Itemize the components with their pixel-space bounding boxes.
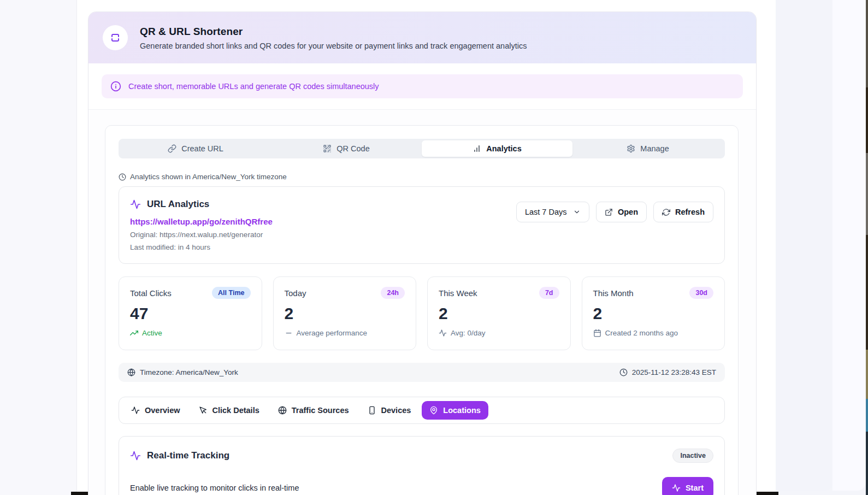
stat-card-today: Today 24h 2 Average performance xyxy=(273,276,417,350)
info-banner: Create short, memorable URLs and generat… xyxy=(102,74,743,98)
chevron-down-icon xyxy=(573,208,581,216)
stats-row: Total Clicks All Time 47 Active xyxy=(119,276,725,350)
info-banner-text: Create short, memorable URLs and generat… xyxy=(128,82,379,91)
stat-footer-text: Avg: 0/day xyxy=(451,329,486,337)
calendar-icon xyxy=(593,329,601,337)
subtab-devices[interactable]: Devices xyxy=(360,401,419,420)
activity-icon xyxy=(439,329,447,337)
page-subtitle: Generate branded short links and QR code… xyxy=(140,42,527,50)
refresh-button-label: Refresh xyxy=(675,208,705,216)
page-left-margin xyxy=(0,0,77,495)
subtab-locations[interactable]: Locations xyxy=(422,401,488,420)
bar-chart-icon xyxy=(473,144,481,153)
analytics-panel: Create URL QR Code Analytics xyxy=(105,125,739,495)
subtab-label: Devices xyxy=(381,406,411,415)
open-button-label: Open xyxy=(618,208,638,216)
stat-card-total-clicks: Total Clicks All Time 47 Active xyxy=(119,276,262,350)
url-analytics-title-row: URL Analytics xyxy=(130,199,273,210)
tab-label: Create URL xyxy=(181,144,223,153)
tab-label: Manage xyxy=(640,144,669,153)
activity-icon xyxy=(130,450,141,461)
main-content-column: QR & URL Shortener Generate branded shor… xyxy=(77,0,776,492)
page-right-margin-2 xyxy=(832,0,866,491)
tab-analytics[interactable]: Analytics xyxy=(422,140,572,157)
original-url: Original: https://next.walup.net/generat… xyxy=(130,231,273,239)
stat-badge: All Time xyxy=(212,287,250,299)
gear-icon xyxy=(627,144,635,153)
mouse-pointer-icon xyxy=(199,406,208,415)
banner-section: Create short, memorable URLs and generat… xyxy=(88,63,756,110)
main-tabbar: Create URL QR Code Analytics xyxy=(119,139,725,158)
card-header: QR & URL Shortener Generate branded shor… xyxy=(88,12,756,63)
subtab-overview[interactable]: Overview xyxy=(123,401,188,420)
stat-footer-text: Average performance xyxy=(297,329,368,337)
qr-url-shortener-card: QR & URL Shortener Generate branded shor… xyxy=(88,12,756,495)
stat-badge: 7d xyxy=(539,287,559,299)
timezone-bar-right: 2025-11-12 23:28:43 EST xyxy=(619,368,716,376)
info-icon xyxy=(110,81,121,92)
activity-icon xyxy=(131,406,140,415)
status-badge: Inactive xyxy=(672,449,713,463)
page-title: QR & URL Shortener xyxy=(140,26,527,38)
stat-footer: Active xyxy=(130,329,251,337)
external-link-icon xyxy=(605,208,613,216)
start-button[interactable]: Start xyxy=(662,477,713,495)
timezone-note: Analytics shown in America/New_York time… xyxy=(119,173,725,181)
tab-qr-code[interactable]: QR Code xyxy=(271,140,422,157)
current-datetime: 2025-11-12 23:28:43 EST xyxy=(632,368,716,376)
timezone-bar: Timezone: America/New_York 2025-11-12 23… xyxy=(119,363,725,382)
stat-card-this-month: This Month 30d 2 Created 2 months ago xyxy=(582,276,725,350)
realtime-tracking-card: Real-time Tracking Inactive Enable live … xyxy=(119,436,725,495)
subtab-click-details[interactable]: Click Details xyxy=(191,401,267,420)
map-pin-icon xyxy=(429,406,438,415)
date-range-select[interactable]: Last 7 Days xyxy=(516,202,589,222)
activity-icon xyxy=(130,199,141,210)
date-range-value: Last 7 Days xyxy=(525,208,567,216)
realtime-title: Real-time Tracking xyxy=(147,450,229,461)
background-window-sliver xyxy=(866,0,868,495)
trending-up-icon xyxy=(130,329,138,337)
clock-icon xyxy=(619,368,628,376)
timezone-bar-left: Timezone: America/New_York xyxy=(127,368,238,376)
globe-icon xyxy=(278,406,287,415)
stat-footer-text: Created 2 months ago xyxy=(605,329,678,337)
stat-footer: Average performance xyxy=(285,329,405,337)
stat-label: This Month xyxy=(593,288,634,298)
stat-value: 2 xyxy=(285,304,405,323)
realtime-description: Enable live tracking to monitor clicks i… xyxy=(130,484,299,492)
stat-footer: Avg: 0/day xyxy=(439,329,559,337)
url-analytics-title: URL Analytics xyxy=(147,199,209,210)
start-button-label: Start xyxy=(686,484,704,492)
subtab-label: Locations xyxy=(443,406,480,415)
tab-manage[interactable]: Manage xyxy=(572,140,723,157)
stat-badge: 24h xyxy=(381,287,405,299)
stat-value: 47 xyxy=(130,304,251,323)
url-analytics-info: URL Analytics https://walletup.app/go/ze… xyxy=(130,199,273,251)
app-logo xyxy=(103,25,128,50)
refresh-icon xyxy=(662,208,670,216)
refresh-button[interactable]: Refresh xyxy=(653,202,713,222)
globe-icon xyxy=(127,368,135,376)
subtab-label: Overview xyxy=(145,406,180,415)
stat-label: Total Clicks xyxy=(130,288,172,298)
last-modified: Last modified: in 4 hours xyxy=(130,243,273,251)
open-button[interactable]: Open xyxy=(596,202,647,222)
stat-label: This Week xyxy=(439,288,477,298)
url-analytics-controls: Last 7 Days Open xyxy=(516,199,713,222)
qr-code-icon xyxy=(323,144,332,153)
subtab-label: Traffic Sources xyxy=(292,406,349,415)
realtime-header: Real-time Tracking Inactive xyxy=(130,449,713,463)
tab-create-url[interactable]: Create URL xyxy=(120,140,271,157)
timezone-note-text: Analytics shown in America/New_York time… xyxy=(130,173,287,181)
dash-icon xyxy=(285,329,293,337)
subtab-traffic-sources[interactable]: Traffic Sources xyxy=(270,401,357,420)
stat-value: 2 xyxy=(593,304,714,323)
analytics-subtabs: Overview Click Details Traffic Sources xyxy=(119,397,725,424)
tab-label: QR Code xyxy=(336,144,369,153)
url-analytics-card: URL Analytics https://walletup.app/go/ze… xyxy=(119,186,725,264)
short-url-link[interactable]: https://walletup.app/go/zenithQRfree xyxy=(130,217,273,226)
link-icon xyxy=(168,144,176,153)
page-right-margin xyxy=(776,0,832,491)
activity-icon xyxy=(672,484,681,492)
timezone-bar-text: Timezone: America/New_York xyxy=(140,368,238,376)
